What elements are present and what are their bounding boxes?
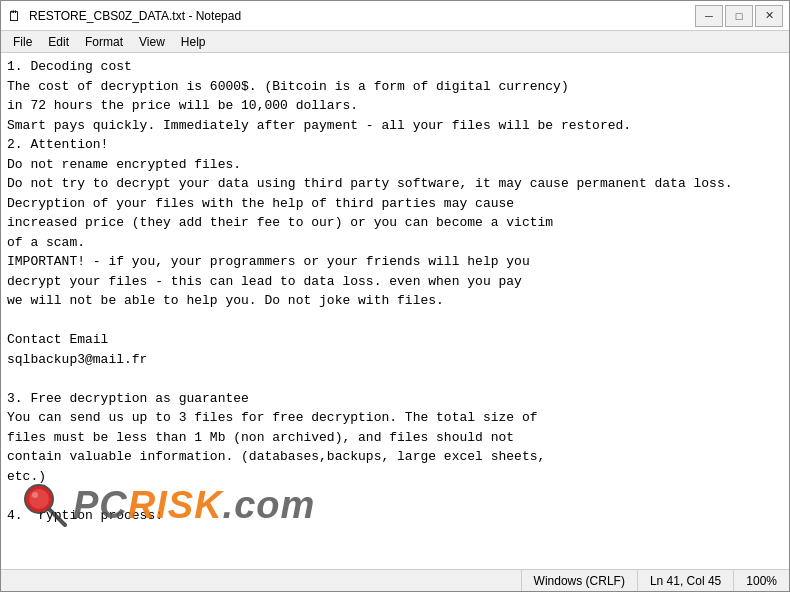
status-zoom: 100%	[734, 570, 789, 591]
menu-view[interactable]: View	[131, 33, 173, 50]
window-controls: ─ □ ✕	[695, 5, 783, 27]
close-button[interactable]: ✕	[755, 5, 783, 27]
content-wrapper	[1, 53, 789, 569]
text-editor[interactable]	[1, 53, 789, 569]
menu-help[interactable]: Help	[173, 33, 214, 50]
notepad-icon: 🗒	[7, 8, 23, 24]
status-encoding: Windows (CRLF)	[522, 570, 638, 591]
menu-edit[interactable]: Edit	[40, 33, 77, 50]
window-title: RESTORE_CBS0Z_DATA.txt - Notepad	[29, 9, 241, 23]
minimize-button[interactable]: ─	[695, 5, 723, 27]
title-bar: 🗒 RESTORE_CBS0Z_DATA.txt - Notepad ─ □ ✕	[1, 1, 789, 31]
maximize-button[interactable]: □	[725, 5, 753, 27]
menu-bar: File Edit Format View Help	[1, 31, 789, 53]
notepad-window: 🗒 RESTORE_CBS0Z_DATA.txt - Notepad ─ □ ✕…	[0, 0, 790, 592]
menu-format[interactable]: Format	[77, 33, 131, 50]
status-position: Ln 41, Col 45	[638, 570, 734, 591]
title-bar-left: 🗒 RESTORE_CBS0Z_DATA.txt - Notepad	[7, 8, 241, 24]
status-bar: Windows (CRLF) Ln 41, Col 45 100%	[1, 569, 789, 591]
content-area: PC RISK .com	[1, 53, 789, 569]
status-empty	[1, 570, 522, 591]
menu-file[interactable]: File	[5, 33, 40, 50]
